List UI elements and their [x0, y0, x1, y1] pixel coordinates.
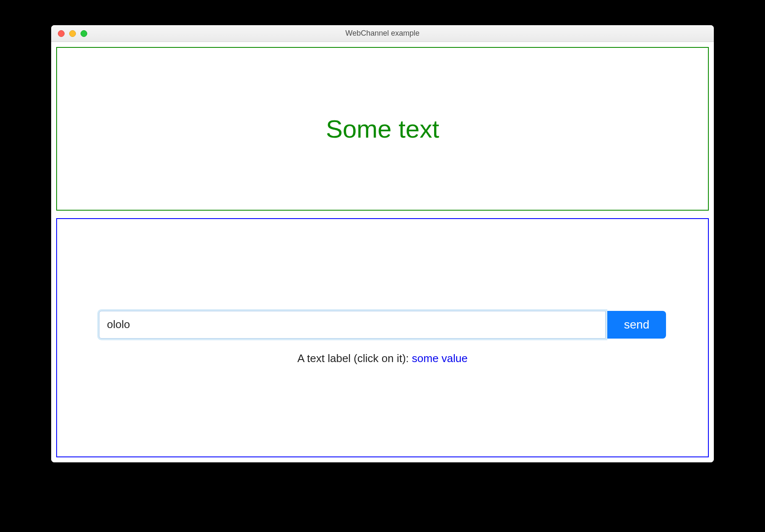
minimize-icon[interactable] — [69, 30, 76, 37]
window-title: WebChannel example — [51, 29, 714, 38]
send-button[interactable]: send — [607, 311, 666, 339]
close-icon[interactable] — [58, 30, 65, 37]
maximize-icon[interactable] — [81, 30, 87, 37]
label-prefix: A text label (click on it): — [297, 352, 412, 365]
title-bar[interactable]: WebChannel example — [51, 25, 714, 42]
message-input[interactable] — [99, 311, 606, 339]
label-row: A text label (click on it): some value — [297, 352, 468, 365]
app-window: WebChannel example Some text send A text… — [51, 25, 714, 462]
bottom-panel: send A text label (click on it): some va… — [56, 218, 709, 457]
input-row: send — [99, 311, 666, 339]
top-panel: Some text — [56, 47, 709, 211]
traffic-lights — [51, 30, 87, 37]
main-heading: Some text — [326, 115, 439, 143]
value-link[interactable]: some value — [412, 352, 468, 365]
content-area: Some text send A text label (click on it… — [51, 42, 714, 462]
